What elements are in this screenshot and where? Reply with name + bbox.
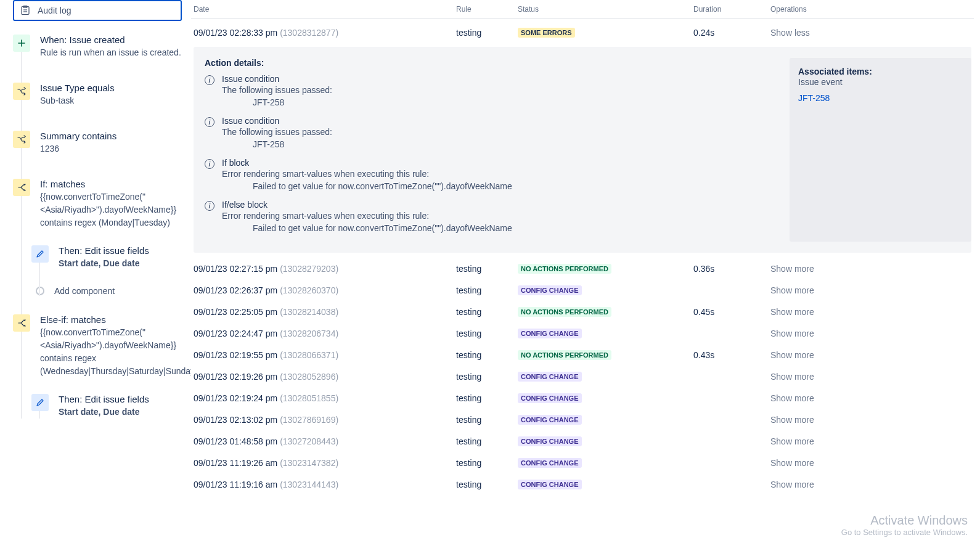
row-timestamp: 09/01/23 02:19:24 pm: [194, 393, 277, 403]
row-duration: 0.24s: [693, 28, 770, 38]
status-badge: NO ACTIONS PERFORMED: [518, 307, 611, 317]
header-duration: Duration: [693, 5, 770, 14]
show-more-link[interactable]: Show more: [770, 415, 814, 425]
row-timestamp: 09/01/23 02:24:47 pm: [194, 329, 277, 338]
table-row: 09/01/23 11:19:16 am (13023144143) testi…: [191, 473, 974, 495]
audit-log-tab[interactable]: Audit log: [13, 0, 182, 21]
table-row: 09/01/23 02:19:26 pm (13028052896) testi…: [191, 366, 974, 387]
row-id: (13028206734): [280, 329, 338, 338]
row-id: (13023147382): [280, 458, 338, 468]
action-detail-sub: Error rendering smart-values when execut…: [222, 211, 790, 221]
action-detail-value: JFT-258: [253, 139, 790, 149]
rule-then-2[interactable]: Then: Edit issue fields Start date, Due …: [31, 394, 182, 419]
add-component-label: Add component: [54, 286, 115, 296]
row-id: (13028066371): [280, 350, 338, 360]
rule-when-sub: Rule is run when an issue is created.: [40, 46, 182, 59]
rule-elseif[interactable]: Else-if: matches {{now.convertToTimeZone…: [13, 314, 182, 378]
status-badge: NO ACTIONS PERFORMED: [518, 264, 611, 274]
action-details-title: Action details:: [205, 58, 790, 68]
row-rule: testing: [456, 458, 518, 468]
row-timestamp: 09/01/23 02:27:15 pm: [194, 264, 277, 274]
show-more-link[interactable]: Show more: [770, 436, 814, 446]
row-rule: testing: [456, 307, 518, 317]
action-detail-value: Failed to get value for now.convertToTim…: [253, 223, 790, 233]
table-row: 09/01/23 02:28:33 pm (13028312877) testi…: [191, 22, 974, 43]
rule-then-1[interactable]: Then: Edit issue fields Start date, Due …: [31, 245, 182, 270]
table-row: 09/01/23 02:26:37 pm (13028260370) testi…: [191, 279, 974, 301]
action-detail-name: If block: [222, 158, 790, 168]
action-detail-item: i If block Error rendering smart-values …: [205, 158, 790, 191]
show-more-link[interactable]: Show more: [770, 480, 814, 489]
action-detail-item: i If/else block Error rendering smart-va…: [205, 200, 790, 233]
status-badge: CONFIG CHANGE: [518, 329, 582, 338]
rule-sidebar: Audit log When: Issue created Rule is ru…: [0, 0, 191, 548]
show-more-link[interactable]: Show more: [770, 264, 814, 274]
show-more-link[interactable]: Show more: [770, 285, 814, 295]
associated-items-panel: Associated items: Issue event JFT-258: [790, 58, 971, 242]
row-id: (13027208443): [280, 436, 338, 446]
table-row: 09/01/23 02:25:05 pm (13028214038) testi…: [191, 301, 974, 322]
show-more-link[interactable]: Show more: [770, 350, 814, 360]
rule-elseif-sub: {{now.convertToTimeZone("<Asia/Riyadh>")…: [40, 326, 191, 378]
rule-summary-title: Summary contains: [40, 131, 182, 141]
show-more-link[interactable]: Show more: [770, 393, 814, 403]
table-row: 09/01/23 02:19:24 pm (13028051855) testi…: [191, 387, 974, 409]
row-rule: testing: [456, 436, 518, 446]
rule-when[interactable]: When: Issue created Rule is run when an …: [13, 35, 182, 59]
add-component-1[interactable]: Add component: [31, 286, 182, 296]
associated-item-link[interactable]: JFT-258: [798, 93, 830, 103]
header-operations: Operations: [770, 5, 974, 14]
expanded-details: Action details: i Issue condition The fo…: [194, 47, 971, 253]
row-timestamp: 09/01/23 02:19:26 pm: [194, 372, 277, 382]
row-duration: 0.36s: [693, 264, 770, 274]
show-less-link[interactable]: Show less: [770, 28, 810, 38]
action-detail-value: Failed to get value for now.convertToTim…: [253, 181, 790, 191]
row-timestamp: 09/01/23 02:19:55 pm: [194, 350, 277, 360]
table-row: 09/01/23 02:27:15 pm (13028279203) testi…: [191, 258, 974, 279]
row-rule: testing: [456, 372, 518, 382]
row-rule: testing: [456, 480, 518, 489]
audit-log-label: Audit log: [38, 6, 71, 15]
status-badge: CONFIG CHANGE: [518, 480, 582, 489]
rule-if[interactable]: If: matches {{now.convertToTimeZone("<As…: [13, 179, 182, 229]
shuffle-icon: [13, 131, 30, 148]
rule-elseif-title: Else-if: matches: [40, 314, 191, 325]
row-timestamp: 09/01/23 11:19:26 am: [194, 458, 277, 468]
action-detail-sub: The following issues passed:: [222, 85, 790, 95]
row-timestamp: 09/01/23 01:48:58 pm: [194, 436, 277, 446]
rule-issue-type-sub: Sub-task: [40, 94, 182, 107]
rule-issue-type[interactable]: Issue Type equals Sub-task: [13, 83, 182, 107]
row-id: (13028052896): [280, 372, 338, 382]
rule-summary[interactable]: Summary contains 1236: [13, 131, 182, 155]
pencil-icon: [31, 245, 49, 263]
plus-icon: [13, 35, 30, 52]
row-rule: testing: [456, 264, 518, 274]
audit-log-icon: [20, 6, 30, 15]
header-rule: Rule: [456, 5, 518, 14]
show-more-link[interactable]: Show more: [770, 372, 814, 382]
row-id: (13027869169): [280, 415, 338, 425]
table-row: 09/01/23 01:48:58 pm (13027208443) testi…: [191, 430, 974, 452]
table-row: 09/01/23 02:13:02 pm (13027869169) testi…: [191, 409, 974, 430]
action-detail-name: Issue condition: [222, 116, 790, 126]
header-date: Date: [191, 5, 456, 14]
action-detail-sub: Error rendering smart-values when execut…: [222, 169, 790, 179]
action-detail-name: If/else block: [222, 200, 790, 210]
pencil-icon: [31, 394, 49, 411]
action-detail-item: i Issue condition The following issues p…: [205, 74, 790, 107]
status-badge: CONFIG CHANGE: [518, 393, 582, 403]
info-icon: i: [205, 159, 214, 169]
show-more-link[interactable]: Show more: [770, 458, 814, 468]
row-timestamp: 09/01/23 02:28:33 pm: [194, 28, 277, 38]
rule-issue-type-title: Issue Type equals: [40, 83, 182, 93]
action-detail-item: i Issue condition The following issues p…: [205, 116, 790, 149]
row-id: (13028279203): [280, 264, 338, 274]
row-rule: testing: [456, 350, 518, 360]
header-status: Status: [518, 5, 693, 14]
row-timestamp: 09/01/23 02:26:37 pm: [194, 285, 277, 295]
row-rule: testing: [456, 393, 518, 403]
show-more-link[interactable]: Show more: [770, 329, 814, 338]
status-badge: CONFIG CHANGE: [518, 458, 582, 468]
branch-icon: [13, 314, 30, 332]
show-more-link[interactable]: Show more: [770, 307, 814, 317]
